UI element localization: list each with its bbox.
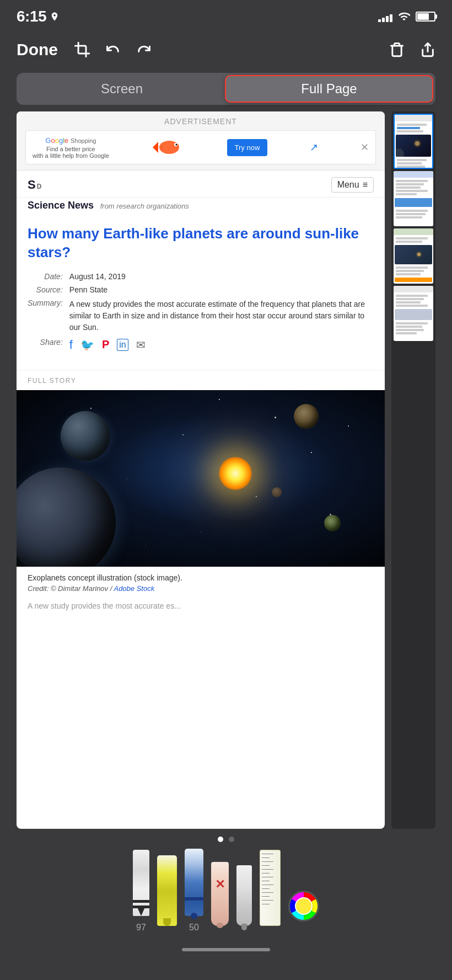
toolbar: Done [0, 30, 452, 70]
ad-fish-image [152, 135, 185, 159]
full-page-tab[interactable]: Full Page [225, 75, 433, 103]
blue-marker-label: 50 [189, 923, 199, 933]
color-wheel[interactable] [288, 891, 319, 922]
ad-content: Google Shopping Find a better price with… [25, 130, 376, 164]
crop-icon [74, 42, 90, 57]
planet-small1 [294, 404, 319, 429]
article-meta: Date: August 14, 2019 Source: Penn State… [28, 272, 374, 352]
battery-icon [416, 12, 435, 22]
svg-marker-2 [153, 142, 158, 153]
share-icon [420, 42, 435, 57]
full-story-label: FULL STORY [17, 370, 385, 390]
summary-label: Summary: [28, 299, 63, 333]
ruler-tool-item[interactable] [260, 850, 281, 933]
page-preview: ADVERTISEMENT Google Shopping Find a bet… [17, 111, 385, 829]
share-label: Share: [28, 338, 63, 352]
segment-control: Screen Full Page [17, 73, 435, 105]
planet-small2 [324, 515, 341, 531]
ad-google-logo: Google Shopping [33, 136, 109, 145]
ad-try-now-button[interactable]: Try now [227, 139, 268, 156]
dot-1[interactable] [218, 837, 223, 842]
credit-text: Credit: © Dimitar Marinov / [28, 584, 114, 593]
ad-banner: ADVERTISEMENT Google Shopping Find a bet… [17, 111, 385, 171]
home-bar [182, 948, 270, 951]
site-subtitle: Science News from research organizations [17, 198, 385, 216]
toolbar-icons [74, 42, 378, 57]
space-image [17, 390, 385, 567]
logo-s: S [28, 178, 36, 192]
adobe-stock-link[interactable]: Adobe Stock [114, 584, 154, 593]
email-share-icon[interactable]: ✉ [136, 338, 146, 351]
wifi-icon [398, 10, 410, 23]
drawing-toolbar: 97 50 ✕ [0, 850, 452, 944]
article-header: S D Menu ≡ [17, 171, 385, 198]
svg-point-4 [176, 144, 177, 146]
dot-2[interactable] [229, 837, 234, 842]
thumbnail-3[interactable] [394, 228, 433, 284]
redo-icon [136, 42, 152, 57]
summary-text: A new study provides the most accurate e… [69, 299, 374, 333]
signal-bars [378, 11, 392, 22]
eraser-tool-item[interactable]: ✕ [211, 862, 229, 933]
article-content: How many Earth-like planets are around s… [17, 216, 385, 370]
site-name: Science News [28, 200, 94, 211]
article-title: How many Earth-like planets are around s… [28, 225, 374, 262]
from-org: from research organizations [100, 202, 189, 210]
smudge-tool-item[interactable] [236, 865, 252, 933]
article-text-preview: A new study provides the most accurate e… [17, 599, 385, 617]
menu-label: Menu [337, 180, 359, 190]
delete-button[interactable] [389, 42, 405, 57]
logo-sub: D [37, 183, 42, 190]
pen-tool-item[interactable]: 97 [133, 850, 149, 933]
hamburger-icon: ≡ [363, 180, 368, 190]
menu-button[interactable]: Menu ≡ [331, 177, 374, 193]
delete-icon [389, 42, 405, 57]
ad-label: ADVERTISEMENT [25, 117, 376, 126]
source-label: Source: [28, 285, 63, 294]
ad-external-link[interactable]: ↗ [310, 141, 318, 153]
planet-tiny [272, 487, 282, 497]
status-time: 6:15 [17, 8, 46, 25]
thumbnail-1[interactable] [394, 114, 433, 169]
share-icons: f 🐦 P in ✉ [69, 338, 374, 352]
home-indicator [0, 944, 452, 958]
content-area: ADVERTISEMENT Google Shopping Find a bet… [0, 111, 452, 829]
crop-button[interactable] [74, 42, 90, 57]
toolbar-right [389, 42, 435, 57]
facebook-share-icon[interactable]: f [69, 338, 73, 352]
pinterest-share-icon[interactable]: P [102, 338, 109, 351]
linkedin-share-icon[interactable]: in [117, 339, 128, 351]
thumbnail-2[interactable] [394, 171, 433, 226]
date-label: Date: [28, 272, 63, 281]
source-value: Penn State [69, 285, 374, 294]
ad-text: Find a better price with a little help f… [33, 146, 109, 159]
marker-tool-item[interactable] [157, 855, 177, 933]
image-credit: Credit: © Dimitar Marinov / Adobe Stock [17, 584, 385, 599]
undo-button[interactable] [105, 42, 121, 57]
color-picker-item[interactable] [288, 891, 319, 922]
blue-marker-tool-item[interactable]: 50 [185, 849, 203, 933]
ad-close-icon[interactable]: ✕ [360, 141, 369, 153]
image-caption: Exoplanets concept illustration (stock i… [17, 567, 385, 584]
date-value: August 14, 2019 [69, 272, 374, 281]
status-bar: 6:15 [0, 0, 452, 30]
status-icons [378, 10, 435, 23]
undo-icon [105, 42, 121, 57]
site-logo: S D [28, 178, 41, 192]
done-button[interactable]: Done [17, 40, 58, 59]
twitter-share-icon[interactable]: 🐦 [80, 338, 94, 351]
thumbnail-4[interactable] [394, 286, 433, 341]
thumbnail-strip [391, 111, 435, 829]
pen-label: 97 [136, 923, 146, 933]
planet-medium [61, 411, 110, 461]
location-icon [50, 12, 60, 22]
redo-button[interactable] [136, 42, 152, 57]
page-dots [0, 829, 452, 850]
share-button[interactable] [420, 42, 435, 57]
screen-tab[interactable]: Screen [19, 75, 225, 103]
